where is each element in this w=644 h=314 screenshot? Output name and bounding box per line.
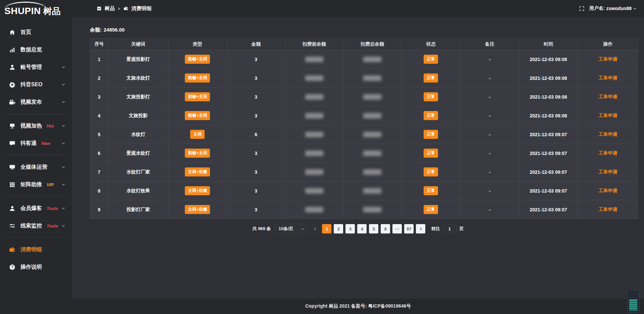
type-badge: 前缀+主词 [185,111,210,120]
cell-type: 前缀+主词 [168,50,227,69]
work-order-link[interactable]: 工单申请 [599,188,618,193]
cell-pre-balance [285,163,343,181]
sidebar-item-label: 抖音SEO [20,81,43,88]
cell-time: 2021-12-03 09:08 [519,69,578,88]
work-order-link[interactable]: 工单申请 [599,75,618,81]
cell-amount: 3 [227,200,285,219]
cell-amount: 3 [227,106,285,125]
breadcrumb-item-current: 消费明细 [131,5,152,12]
sidebar-item-label: 消费明细 [20,246,42,253]
cell-time: 2021-12-03 09:07 [519,144,578,163]
cell-no: 6 [90,144,108,163]
blurred-value [363,207,381,212]
balance-label: 余额: [90,27,102,33]
breadcrumb: 树品 > 消费明细 [97,5,152,12]
blurred-value [305,57,323,62]
table-header-row: 序号关键词类型金额扣费前余额扣费后余额状态备注时间操作 [90,39,638,50]
blurred-value [363,151,381,156]
brand-logo[interactable]: SHUPIN树品 [0,0,72,19]
sidebar-item-member-baoke[interactable]: 会员爆客Tools [0,200,72,217]
blurred-value [305,188,323,194]
cell-type: 主词 [168,125,227,144]
sidebar-item-label: 抖客通 [20,140,37,147]
status-badge: 正常 [424,167,438,176]
status-badge: 正常 [424,205,438,214]
page-button-5[interactable]: 5 [369,224,378,233]
side-widget[interactable] [627,290,639,313]
cell-action: 工单申请 [578,69,638,88]
blurred-value [363,132,381,137]
page-buttons: 123456···97 [322,224,414,233]
type-badge: 主词 [190,130,205,139]
blurred-value [363,94,381,100]
breadcrumb-item-home[interactable]: 树品 [105,5,115,12]
user-menu[interactable]: 用户名: zswodun88 [589,5,637,11]
sidebar-item-help[interactable]: 操作说明 [0,258,72,276]
work-order-link[interactable]: 工单申请 [599,207,618,212]
page-button-3[interactable]: 3 [345,224,355,233]
blurred-value [363,169,381,175]
type-badge: 前缀+主词 [185,149,210,158]
balance-value: 24856.00 [104,27,125,33]
sidebar-item-video-heat[interactable]: 视频加热Hot [0,117,72,135]
sliders-icon [9,223,15,229]
goto-page-input[interactable] [442,224,457,233]
work-order-link[interactable]: 工单申请 [599,56,618,62]
page-button-4[interactable]: 4 [357,224,367,233]
sidebar-item-media-ops[interactable]: 全媒体运营 [0,158,72,176]
cell-no: 8 [90,181,108,200]
chevron-down-icon [61,206,65,210]
next-page-button[interactable] [416,224,425,233]
cell-post-balance [343,50,401,69]
sidebar-item-video-publish[interactable]: 视频发布 [0,93,72,111]
table-row: 7水纹灯厂家主词+后缀3正常-2021-12-03 09:07工单申请 [90,163,638,181]
chat-icon [9,140,15,147]
work-order-link[interactable]: 工单申请 [599,169,618,174]
sidebar-item-doukoutong[interactable]: 抖客通New [0,135,72,152]
cell-time: 2021-12-03 09:07 [519,181,578,200]
page-button-6[interactable]: 6 [381,224,390,233]
sidebar-item-home[interactable]: 首页 [0,23,72,41]
screen-icon [9,123,15,129]
work-order-link[interactable]: 工单申请 [599,132,618,137]
page-button-2[interactable]: 2 [334,224,343,233]
work-order-link[interactable]: 工单申请 [599,113,618,118]
brand-name-en: SHUPIN [4,6,41,16]
work-order-link[interactable]: 工单申请 [599,94,618,99]
cell-keyword: 水纹灯效果 [108,181,168,200]
sidebar-item-account[interactable]: 账号管理 [0,58,72,76]
cell-no: 2 [90,69,108,88]
cell-amount: 3 [227,144,285,163]
type-badge: 主词+后缀 [185,205,210,214]
sidebar-item-matrix-boost[interactable]: 矩阵助推VIP [0,176,72,193]
prev-page-button[interactable] [310,224,320,233]
sidebar-item-clue-monitor[interactable]: 线索监控Tools [0,217,72,234]
cell-status: 正常 [401,50,461,69]
cell-action: 工单申请 [578,200,638,219]
cell-post-balance [343,163,401,181]
cell-pre-balance [285,144,343,163]
page-button-more[interactable]: ··· [392,224,402,233]
page-button-97[interactable]: 97 [404,224,414,233]
cell-note: - [461,69,519,88]
work-order-link[interactable]: 工单申请 [599,150,618,156]
cell-note: - [461,50,519,69]
chevron-right-icon [419,227,423,231]
blurred-value [305,113,323,118]
fullscreen-icon[interactable] [579,6,585,11]
cell-action: 工单申请 [578,125,638,144]
cell-type: 主词+后缀 [168,200,227,219]
status-badge: 正常 [424,73,438,83]
sidebar-divider [6,196,66,197]
sidebar-item-douyin-seo[interactable]: 抖音SEO [0,76,72,93]
cell-note: - [461,181,519,200]
cell-type: 主词+后缀 [168,163,227,181]
cell-no: 9 [90,200,108,219]
page-size-select[interactable]: 10条/页 [275,224,308,234]
sidebar-item-consume-detail[interactable]: 消费明细 [0,241,72,258]
table-row: 5水纹灯主词6正常-2021-12-03 09:07工单申请 [90,125,638,144]
cell-pre-balance [285,50,343,69]
sidebar-item-data-overview[interactable]: 数据总览 [0,41,72,58]
cell-note: - [461,200,519,219]
page-button-1[interactable]: 1 [322,224,331,233]
